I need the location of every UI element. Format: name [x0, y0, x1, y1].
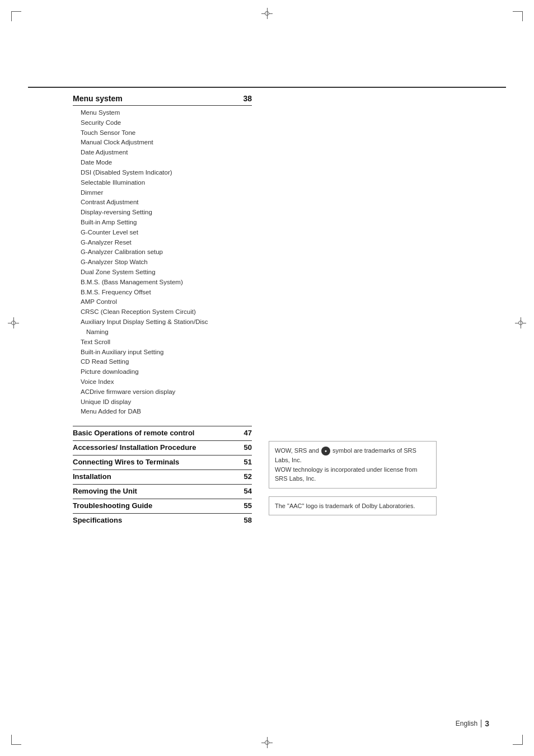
troubleshooting-page: 55 [235, 501, 252, 510]
list-item: Selectable Illumination [81, 178, 252, 188]
list-item: Manual Clock Adjustment [81, 138, 252, 148]
list-item: Contrast Adjustment [81, 198, 252, 208]
removing-title: Removing the Unit [73, 487, 137, 495]
list-item: Menu System [81, 108, 252, 118]
list-item: ACDrive firmware version display [81, 387, 252, 397]
right-column: WOW, SRS and ● symbol are trademarks of … [269, 94, 437, 528]
specifications-page: 58 [235, 516, 252, 524]
list-item: Dimmer [81, 188, 252, 198]
specifications-title: Specifications [73, 516, 122, 524]
crosshair-right [515, 317, 526, 328]
footer-text: English 3 [456, 719, 489, 728]
list-item: Naming [81, 327, 252, 337]
list-item: G-Counter Level set [81, 228, 252, 238]
list-item: Menu Added for DAB [81, 407, 252, 417]
columns: Menu system 38 Menu System Security Code… [73, 94, 453, 528]
list-item: Dual Zone System Setting [81, 267, 252, 278]
toc-divider-menu [73, 105, 252, 106]
list-item: Text Scroll [81, 337, 252, 348]
basic-ops-title: Basic Operations of remote control [73, 429, 194, 437]
toc-entry-specifications: Specifications 58 [73, 513, 252, 524]
toc-entry-basic-ops: Basic Operations of remote control 47 [73, 426, 252, 437]
list-item: Built-in Auxiliary input Setting [81, 348, 252, 358]
srs-notice-box: WOW, SRS and ● symbol are trademarks of … [269, 441, 437, 489]
aac-notice-box: The "AAC" logo is trademark of Dolby Lab… [269, 496, 437, 516]
list-item: Date Adjustment [81, 148, 252, 158]
accessories-title: Accessories/ Installation Procedure [73, 443, 196, 452]
toc-entry-installation: Installation 52 [73, 469, 252, 481]
toc-entry-accessories: Accessories/ Installation Procedure 50 [73, 440, 252, 452]
list-item: Security Code [81, 118, 252, 128]
list-item: G-Analyzer Reset [81, 238, 252, 248]
list-item: Auxiliary Input Display Setting & Statio… [81, 317, 252, 327]
footer: English 3 [456, 719, 489, 728]
toc-entry-troubleshooting: Troubleshooting Guide 55 [73, 499, 252, 510]
list-item: Picture downloading [81, 367, 252, 377]
installation-title: Installation [73, 472, 111, 481]
footer-divider [481, 720, 481, 727]
installation-page: 52 [235, 472, 252, 481]
list-item: Built-in Amp Setting [81, 218, 252, 228]
list-item: Date Mode [81, 158, 252, 168]
toc-entry-connecting: Connecting Wires to Terminals 51 [73, 455, 252, 466]
footer-lang: English [456, 720, 477, 727]
toc-sections: Basic Operations of remote control 47 Ac… [73, 426, 252, 524]
menu-system-page: 38 [235, 94, 252, 103]
list-item: Unique ID display [81, 397, 252, 407]
list-item: B.M.S. Frequency Offset [81, 288, 252, 298]
corner-br [513, 735, 523, 745]
footer-page-number: 3 [485, 719, 489, 728]
corner-bl [11, 735, 21, 745]
aac-notice-text: The "AAC" logo is trademark of Dolby Lab… [275, 501, 430, 511]
list-item: Voice Index [81, 377, 252, 387]
toc-items-menu: Menu System Security Code Touch Sensor T… [73, 108, 252, 417]
list-item: AMP Control [81, 297, 252, 307]
list-item: Display-reversing Setting [81, 208, 252, 218]
connecting-title: Connecting Wires to Terminals [73, 458, 179, 466]
basic-ops-page: 47 [235, 429, 252, 437]
toc-menu-system: Menu system 38 Menu System Security Code… [73, 94, 252, 417]
srs-notice-text: WOW, SRS and ● symbol are trademarks of … [275, 446, 430, 483]
connecting-page: 51 [235, 458, 252, 466]
crosshair-left [8, 317, 19, 328]
menu-system-title: Menu system [73, 94, 123, 103]
top-rule [28, 87, 506, 88]
troubleshooting-title: Troubleshooting Guide [73, 501, 152, 510]
list-item: DSI (Disabled System Indicator) [81, 168, 252, 178]
toc-heading-menu-system: Menu system 38 [73, 94, 252, 103]
list-item: G-Analyzer Stop Watch [81, 257, 252, 267]
left-column: Menu system 38 Menu System Security Code… [73, 94, 252, 528]
removing-page: 54 [235, 487, 252, 495]
toc-entry-removing: Removing the Unit 54 [73, 484, 252, 495]
list-item: B.M.S. (Bass Management System) [81, 278, 252, 288]
crosshair-top [261, 8, 273, 19]
list-item: Touch Sensor Tone [81, 128, 252, 138]
list-item: CRSC (Clean Reception System Circuit) [81, 307, 252, 317]
list-item: G-Analyzer Calibration setup [81, 247, 252, 257]
right-col-spacer [269, 94, 437, 441]
srs-logo-icon: ● [321, 447, 330, 456]
accessories-page: 50 [235, 443, 252, 452]
list-item: CD Read Setting [81, 357, 252, 367]
corner-tr [513, 11, 523, 21]
crosshair-bottom [261, 737, 273, 748]
corner-tl [11, 11, 21, 21]
content-area: Menu system 38 Menu System Security Code… [73, 94, 453, 528]
